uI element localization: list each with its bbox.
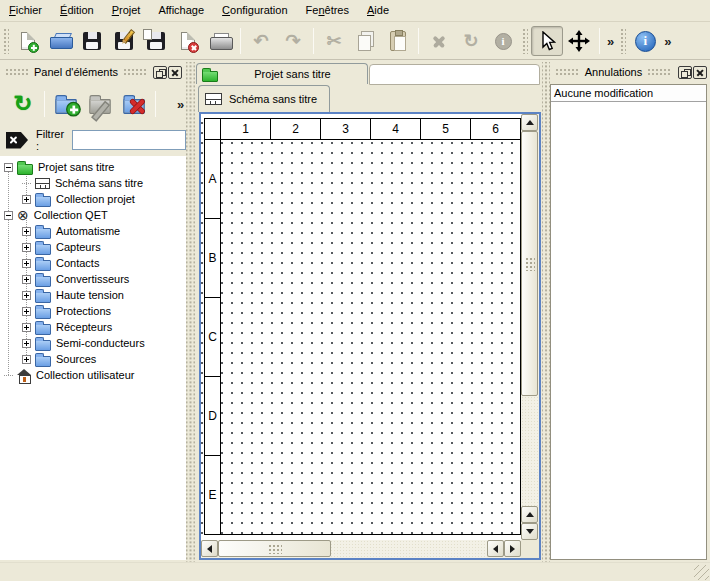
undo-panel-titlebar[interactable]: Annulations — [550, 62, 710, 82]
new-file-button[interactable] — [12, 26, 44, 56]
application-window: Fichier Édition Projet Affichage Configu… — [0, 0, 710, 581]
menu-affichage[interactable]: Affichage — [149, 0, 213, 21]
clear-filter-button[interactable] — [6, 132, 28, 149]
scroll-left-button-2[interactable] — [487, 540, 504, 557]
rotate-button[interactable]: ↻ — [455, 26, 487, 56]
dock-handle-texture — [5, 68, 29, 77]
expand-icon[interactable] — [22, 227, 31, 236]
save-as-button[interactable] — [108, 26, 140, 56]
diagram-canvas[interactable]: 1 2 3 4 5 6 A B C D E — [201, 114, 521, 540]
collapse-icon[interactable] — [4, 163, 13, 172]
scroll-up-button-2[interactable] — [521, 506, 538, 523]
expand-icon[interactable] — [22, 323, 31, 332]
move-tool-button[interactable] — [563, 26, 595, 56]
toolbar-overflow-button[interactable]: » — [604, 34, 617, 49]
open-file-button[interactable] — [44, 26, 76, 56]
menu-projet[interactable]: Projet — [103, 0, 150, 21]
tree-item-contacts[interactable]: Contacts — [0, 255, 186, 271]
collapse-icon[interactable] — [4, 211, 13, 220]
select-tool-button[interactable] — [531, 26, 563, 56]
undo-history-list[interactable]: Aucune modification — [550, 84, 707, 560]
info-icon-disabled: i — [495, 33, 512, 50]
tree-item-collection-utilisateur[interactable]: Collection utilisateur — [0, 367, 186, 383]
toolbar-overflow-button-2[interactable]: » — [661, 34, 674, 49]
cut-button[interactable]: ✂ — [318, 26, 350, 56]
cut-icon: ✂ — [326, 32, 341, 50]
left-splitter-handle[interactable] — [186, 62, 195, 562]
print-button[interactable] — [204, 26, 236, 56]
row-header-column: A B C D E — [204, 140, 221, 535]
row-header: D — [204, 377, 221, 456]
reload-collections-button[interactable]: ↻ — [6, 87, 40, 121]
expand-icon[interactable] — [22, 291, 31, 300]
right-splitter-handle[interactable] — [542, 62, 550, 562]
tree-item-semi-conducteurs[interactable]: Semi-conducteurs — [0, 335, 186, 351]
delete-button[interactable] — [423, 26, 455, 56]
tree-item-capteurs[interactable]: Capteurs — [0, 239, 186, 255]
tree-item-haute-tension[interactable]: Haute tension — [0, 287, 186, 303]
folder-icon — [35, 276, 51, 287]
tree-item-collection-qet[interactable]: ⊗ Collection QET — [0, 207, 186, 223]
expand-icon[interactable] — [22, 195, 31, 204]
drawing-area[interactable] — [221, 140, 521, 535]
float-dock-button[interactable] — [153, 66, 167, 79]
new-category-button[interactable] — [49, 87, 83, 121]
toolbar-handle[interactable] — [620, 28, 626, 54]
menu-configuration[interactable]: Configuration — [213, 0, 296, 21]
scroll-down-button[interactable] — [521, 523, 538, 540]
delete-category-button[interactable] — [117, 87, 151, 121]
menu-bar: Fichier Édition Projet Affichage Configu… — [0, 0, 710, 22]
float-dock-button[interactable] — [678, 66, 692, 79]
tab-schema-sans-titre[interactable]: Schéma sans titre — [198, 85, 330, 112]
tree-item-recepteurs[interactable]: Récepteurs — [0, 319, 186, 335]
horizontal-scrollbar-thumb[interactable] — [218, 540, 331, 557]
tree-item-sources[interactable]: Sources — [0, 351, 186, 367]
copy-button[interactable] — [350, 26, 382, 56]
close-dock-button[interactable] — [168, 66, 182, 79]
tab-projet-sans-titre[interactable]: Projet sans titre — [196, 63, 368, 84]
paste-button[interactable] — [382, 26, 414, 56]
tree-item-label: Semi-conducteurs — [56, 337, 145, 349]
close-dock-button[interactable] — [693, 66, 707, 79]
elements-panel-titlebar[interactable]: Panel d'éléments — [0, 62, 186, 82]
tree-item-protections[interactable]: Protections — [0, 303, 186, 319]
expand-icon[interactable] — [22, 307, 31, 316]
diagram-info-button[interactable]: i — [629, 26, 661, 56]
filter-input[interactable] — [72, 130, 186, 150]
edit-category-button[interactable] — [83, 87, 117, 121]
expand-icon[interactable] — [22, 243, 31, 252]
schema-tab-label: Schéma sans titre — [229, 93, 317, 105]
expand-icon[interactable] — [22, 275, 31, 284]
element-info-button[interactable]: i — [487, 26, 519, 56]
menu-fenetres[interactable]: Fenêtres — [297, 0, 358, 21]
vertical-scrollbar-thumb[interactable] — [521, 131, 538, 396]
close-file-button[interactable] — [172, 26, 204, 56]
tree-item-projet-sans-titre[interactable]: Projet sans titre — [0, 159, 186, 175]
scroll-right-button[interactable] — [504, 540, 521, 557]
redo-button[interactable]: ↷ — [277, 26, 309, 56]
menu-fichier[interactable]: Fichier — [0, 0, 51, 21]
scrollbar-corner — [521, 540, 539, 558]
undo-button[interactable]: ↶ — [245, 26, 277, 56]
toolbar-handle[interactable] — [522, 28, 528, 54]
menu-aide[interactable]: Aide — [358, 0, 398, 21]
tree-item-collection-projet[interactable]: Collection projet — [0, 191, 186, 207]
tree-item-schema-sans-titre[interactable]: Schéma sans titre — [0, 175, 186, 191]
horizontal-scrollbar[interactable] — [201, 540, 521, 558]
scroll-up-button[interactable] — [521, 114, 538, 131]
toolbar-handle[interactable] — [3, 28, 9, 54]
save-all-button[interactable] — [140, 26, 172, 56]
save-button[interactable] — [76, 26, 108, 56]
undo-list-item[interactable]: Aucune modification — [551, 85, 706, 102]
expand-icon[interactable] — [22, 259, 31, 268]
expand-icon[interactable] — [22, 339, 31, 348]
filter-row: Filtrer : — [0, 126, 186, 154]
menu-edition[interactable]: Édition — [51, 0, 103, 21]
vertical-scrollbar[interactable] — [521, 114, 539, 540]
expand-icon[interactable] — [22, 355, 31, 364]
row-header: C — [204, 298, 221, 377]
resize-grip[interactable] — [694, 565, 709, 580]
scroll-left-button[interactable] — [201, 540, 218, 557]
tree-item-convertisseurs[interactable]: Convertisseurs — [0, 271, 186, 287]
tree-item-automatisme[interactable]: Automatisme — [0, 223, 186, 239]
